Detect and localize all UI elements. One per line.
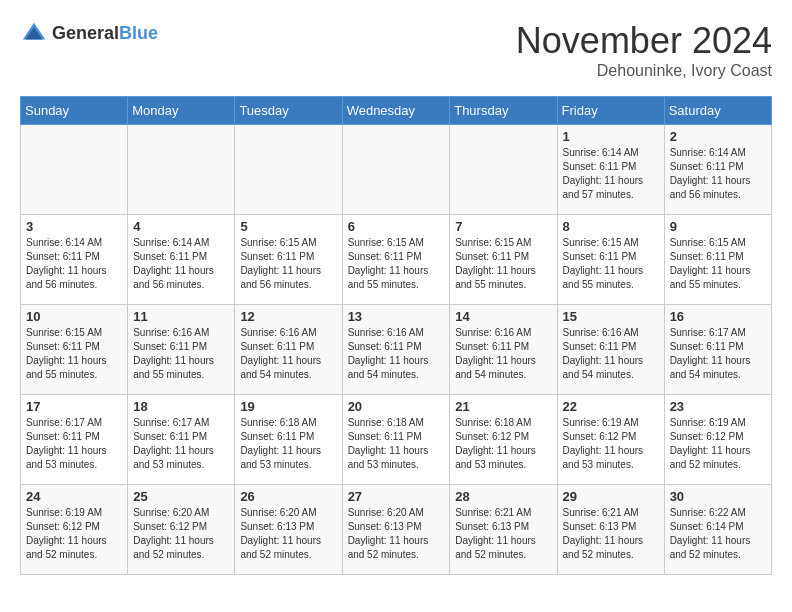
day-info: Sunrise: 6:16 AM Sunset: 6:11 PM Dayligh… xyxy=(563,326,659,382)
calendar-cell: 30Sunrise: 6:22 AM Sunset: 6:14 PM Dayli… xyxy=(664,485,771,575)
day-info: Sunrise: 6:20 AM Sunset: 6:13 PM Dayligh… xyxy=(348,506,445,562)
title-block: November 2024 Dehouninke, Ivory Coast xyxy=(516,20,772,80)
calendar-cell: 26Sunrise: 6:20 AM Sunset: 6:13 PM Dayli… xyxy=(235,485,342,575)
day-number: 18 xyxy=(133,399,229,414)
day-number: 23 xyxy=(670,399,766,414)
calendar-cell: 15Sunrise: 6:16 AM Sunset: 6:11 PM Dayli… xyxy=(557,305,664,395)
day-info: Sunrise: 6:15 AM Sunset: 6:11 PM Dayligh… xyxy=(455,236,551,292)
calendar-cell: 28Sunrise: 6:21 AM Sunset: 6:13 PM Dayli… xyxy=(450,485,557,575)
day-number: 19 xyxy=(240,399,336,414)
day-number: 25 xyxy=(133,489,229,504)
day-info: Sunrise: 6:15 AM Sunset: 6:11 PM Dayligh… xyxy=(26,326,122,382)
day-info: Sunrise: 6:21 AM Sunset: 6:13 PM Dayligh… xyxy=(455,506,551,562)
day-info: Sunrise: 6:16 AM Sunset: 6:11 PM Dayligh… xyxy=(348,326,445,382)
day-info: Sunrise: 6:18 AM Sunset: 6:12 PM Dayligh… xyxy=(455,416,551,472)
calendar-cell: 23Sunrise: 6:19 AM Sunset: 6:12 PM Dayli… xyxy=(664,395,771,485)
day-number: 14 xyxy=(455,309,551,324)
calendar-week-row: 24Sunrise: 6:19 AM Sunset: 6:12 PM Dayli… xyxy=(21,485,772,575)
calendar-cell: 11Sunrise: 6:16 AM Sunset: 6:11 PM Dayli… xyxy=(128,305,235,395)
day-info: Sunrise: 6:15 AM Sunset: 6:11 PM Dayligh… xyxy=(348,236,445,292)
day-number: 11 xyxy=(133,309,229,324)
day-number: 17 xyxy=(26,399,122,414)
day-info: Sunrise: 6:17 AM Sunset: 6:11 PM Dayligh… xyxy=(133,416,229,472)
calendar-cell: 10Sunrise: 6:15 AM Sunset: 6:11 PM Dayli… xyxy=(21,305,128,395)
day-number: 2 xyxy=(670,129,766,144)
calendar-cell: 13Sunrise: 6:16 AM Sunset: 6:11 PM Dayli… xyxy=(342,305,450,395)
calendar-cell xyxy=(235,125,342,215)
day-info: Sunrise: 6:21 AM Sunset: 6:13 PM Dayligh… xyxy=(563,506,659,562)
calendar-cell: 12Sunrise: 6:16 AM Sunset: 6:11 PM Dayli… xyxy=(235,305,342,395)
calendar-cell: 22Sunrise: 6:19 AM Sunset: 6:12 PM Dayli… xyxy=(557,395,664,485)
day-number: 16 xyxy=(670,309,766,324)
day-number: 9 xyxy=(670,219,766,234)
day-number: 13 xyxy=(348,309,445,324)
day-info: Sunrise: 6:16 AM Sunset: 6:11 PM Dayligh… xyxy=(455,326,551,382)
calendar-week-row: 3Sunrise: 6:14 AM Sunset: 6:11 PM Daylig… xyxy=(21,215,772,305)
calendar-cell: 4Sunrise: 6:14 AM Sunset: 6:11 PM Daylig… xyxy=(128,215,235,305)
weekday-header: Friday xyxy=(557,97,664,125)
calendar-cell: 1Sunrise: 6:14 AM Sunset: 6:11 PM Daylig… xyxy=(557,125,664,215)
logo-icon xyxy=(20,20,48,48)
day-info: Sunrise: 6:14 AM Sunset: 6:11 PM Dayligh… xyxy=(133,236,229,292)
day-info: Sunrise: 6:17 AM Sunset: 6:11 PM Dayligh… xyxy=(670,326,766,382)
calendar-cell: 7Sunrise: 6:15 AM Sunset: 6:11 PM Daylig… xyxy=(450,215,557,305)
logo-text: GeneralBlue xyxy=(52,24,158,44)
day-number: 29 xyxy=(563,489,659,504)
calendar-cell: 8Sunrise: 6:15 AM Sunset: 6:11 PM Daylig… xyxy=(557,215,664,305)
day-info: Sunrise: 6:20 AM Sunset: 6:13 PM Dayligh… xyxy=(240,506,336,562)
page-header: GeneralBlue November 2024 Dehouninke, Iv… xyxy=(20,20,772,80)
weekday-header: Sunday xyxy=(21,97,128,125)
day-number: 6 xyxy=(348,219,445,234)
calendar-cell: 16Sunrise: 6:17 AM Sunset: 6:11 PM Dayli… xyxy=(664,305,771,395)
day-info: Sunrise: 6:18 AM Sunset: 6:11 PM Dayligh… xyxy=(348,416,445,472)
day-number: 15 xyxy=(563,309,659,324)
day-info: Sunrise: 6:15 AM Sunset: 6:11 PM Dayligh… xyxy=(563,236,659,292)
day-number: 28 xyxy=(455,489,551,504)
weekday-header: Saturday xyxy=(664,97,771,125)
day-info: Sunrise: 6:14 AM Sunset: 6:11 PM Dayligh… xyxy=(26,236,122,292)
calendar-week-row: 1Sunrise: 6:14 AM Sunset: 6:11 PM Daylig… xyxy=(21,125,772,215)
day-number: 12 xyxy=(240,309,336,324)
day-number: 10 xyxy=(26,309,122,324)
calendar-cell: 27Sunrise: 6:20 AM Sunset: 6:13 PM Dayli… xyxy=(342,485,450,575)
calendar-cell: 29Sunrise: 6:21 AM Sunset: 6:13 PM Dayli… xyxy=(557,485,664,575)
calendar-cell: 6Sunrise: 6:15 AM Sunset: 6:11 PM Daylig… xyxy=(342,215,450,305)
day-number: 27 xyxy=(348,489,445,504)
day-info: Sunrise: 6:19 AM Sunset: 6:12 PM Dayligh… xyxy=(563,416,659,472)
calendar-header: SundayMondayTuesdayWednesdayThursdayFrid… xyxy=(21,97,772,125)
day-number: 22 xyxy=(563,399,659,414)
day-info: Sunrise: 6:22 AM Sunset: 6:14 PM Dayligh… xyxy=(670,506,766,562)
day-info: Sunrise: 6:16 AM Sunset: 6:11 PM Dayligh… xyxy=(133,326,229,382)
month-title: November 2024 xyxy=(516,20,772,62)
day-number: 1 xyxy=(563,129,659,144)
day-number: 5 xyxy=(240,219,336,234)
calendar-cell xyxy=(128,125,235,215)
weekday-header: Wednesday xyxy=(342,97,450,125)
day-info: Sunrise: 6:15 AM Sunset: 6:11 PM Dayligh… xyxy=(670,236,766,292)
day-number: 3 xyxy=(26,219,122,234)
calendar-week-row: 17Sunrise: 6:17 AM Sunset: 6:11 PM Dayli… xyxy=(21,395,772,485)
weekday-header: Thursday xyxy=(450,97,557,125)
calendar-cell xyxy=(450,125,557,215)
day-number: 21 xyxy=(455,399,551,414)
day-number: 7 xyxy=(455,219,551,234)
day-info: Sunrise: 6:14 AM Sunset: 6:11 PM Dayligh… xyxy=(670,146,766,202)
calendar-cell: 19Sunrise: 6:18 AM Sunset: 6:11 PM Dayli… xyxy=(235,395,342,485)
day-info: Sunrise: 6:17 AM Sunset: 6:11 PM Dayligh… xyxy=(26,416,122,472)
calendar-cell: 24Sunrise: 6:19 AM Sunset: 6:12 PM Dayli… xyxy=(21,485,128,575)
calendar-cell xyxy=(21,125,128,215)
day-info: Sunrise: 6:14 AM Sunset: 6:11 PM Dayligh… xyxy=(563,146,659,202)
calendar-cell: 25Sunrise: 6:20 AM Sunset: 6:12 PM Dayli… xyxy=(128,485,235,575)
calendar-cell: 20Sunrise: 6:18 AM Sunset: 6:11 PM Dayli… xyxy=(342,395,450,485)
day-info: Sunrise: 6:19 AM Sunset: 6:12 PM Dayligh… xyxy=(26,506,122,562)
calendar-cell xyxy=(342,125,450,215)
day-number: 4 xyxy=(133,219,229,234)
calendar-cell: 5Sunrise: 6:15 AM Sunset: 6:11 PM Daylig… xyxy=(235,215,342,305)
day-number: 26 xyxy=(240,489,336,504)
calendar-cell: 17Sunrise: 6:17 AM Sunset: 6:11 PM Dayli… xyxy=(21,395,128,485)
day-info: Sunrise: 6:18 AM Sunset: 6:11 PM Dayligh… xyxy=(240,416,336,472)
location-subtitle: Dehouninke, Ivory Coast xyxy=(516,62,772,80)
day-info: Sunrise: 6:19 AM Sunset: 6:12 PM Dayligh… xyxy=(670,416,766,472)
day-info: Sunrise: 6:16 AM Sunset: 6:11 PM Dayligh… xyxy=(240,326,336,382)
calendar-cell: 3Sunrise: 6:14 AM Sunset: 6:11 PM Daylig… xyxy=(21,215,128,305)
